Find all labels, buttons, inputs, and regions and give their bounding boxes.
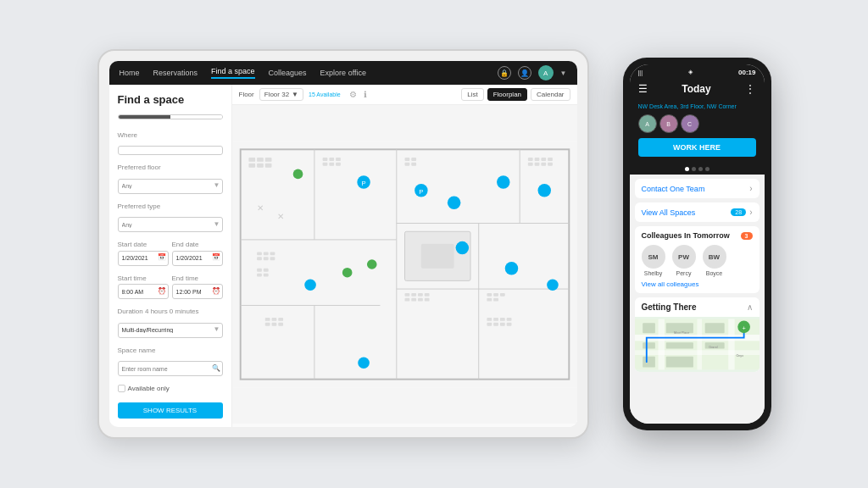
svg-rect-33 [404, 163, 409, 166]
colleagues-tomorrow-section: Colleagues In Tomorrow 3 SM Shelby PW Pe… [635, 226, 760, 293]
date-row: Start date 📅 End date 📅 [118, 237, 223, 266]
tablet-navbar: Home Reservations Find a space Colleague… [109, 61, 577, 85]
available-only-checkbox[interactable] [118, 385, 125, 392]
space-name-label: Space name [118, 347, 223, 354]
svg-rect-55 [418, 293, 423, 297]
time-row: Start time ⏰ End time ⏰ [118, 271, 223, 300]
end-time-label: End time [172, 274, 223, 282]
svg-text:P: P [419, 188, 423, 196]
colleague-bw: BW Boyce [703, 245, 726, 276]
svg-rect-18 [329, 158, 334, 161]
nav-colleagues[interactable]: Colleagues [269, 69, 307, 77]
colleague-bw-name: Boyce [706, 270, 722, 276]
preferred-floor-input[interactable] [118, 179, 223, 194]
svg-rect-59 [418, 298, 423, 302]
svg-rect-29 [541, 163, 546, 166]
svg-rect-36 [420, 244, 453, 269]
tablet-main: Find a space Individual Meeting Where Pr… [109, 85, 577, 427]
tablet-screen: Home Reservations Find a space Colleague… [109, 61, 577, 427]
getting-there-chevron-icon[interactable]: ∧ [747, 302, 753, 312]
avatar-1: A [638, 114, 657, 133]
svg-rect-32 [411, 158, 416, 161]
clock-icon-2: ⏰ [212, 286, 220, 294]
contact-one-team-label: Contact One Team [642, 185, 705, 193]
svg-point-78 [447, 197, 460, 210]
svg-text:Moot Place: Moot Place [673, 331, 688, 335]
view-all-spaces-section[interactable]: View All Spaces 28 › [635, 202, 760, 222]
svg-text:Onyx: Onyx [736, 354, 743, 358]
svg-point-80 [537, 184, 551, 197]
svg-rect-49 [278, 318, 283, 321]
duration-label: Duration 4 hours 0 minutes [118, 308, 223, 315]
floor-dropdown[interactable]: Floor 32 ▼ [259, 88, 303, 101]
svg-rect-66 [487, 318, 492, 321]
svg-rect-14 [248, 164, 255, 168]
calendar-view-button[interactable]: Calendar [531, 88, 570, 101]
find-space-sidebar: Find a space Individual Meeting Where Pr… [109, 85, 232, 427]
signal-icon: ||| [638, 69, 643, 75]
more-options-icon[interactable]: ⋮ [745, 83, 755, 95]
svg-rect-56 [424, 293, 429, 297]
contact-one-team-row: Contact One Team › [642, 184, 753, 193]
calendar-icon: 📅 [158, 253, 166, 261]
colleague-pw: PW Percy [672, 245, 696, 276]
chevron-down-icon-3: ▼ [214, 325, 220, 333]
colleagues-count-badge: 3 [741, 232, 753, 240]
user-avatar[interactable]: A [538, 65, 554, 80]
floor-label: Floor [239, 91, 254, 98]
svg-rect-54 [411, 293, 416, 297]
where-label: Where [118, 131, 223, 139]
spaces-badge-row: 28 › [731, 208, 752, 217]
view-all-colleagues-link[interactable]: View all colleagues [642, 280, 753, 288]
svg-rect-52 [278, 323, 283, 326]
preferred-floor-label: Preferred floor [118, 164, 223, 171]
filter-icon[interactable]: ⚙ [349, 90, 357, 99]
svg-rect-15 [257, 164, 264, 168]
svg-rect-62 [493, 293, 498, 297]
view-all-spaces-row: View All Spaces 28 › [642, 208, 753, 217]
avatar-2: B [659, 114, 678, 133]
contact-one-team-section[interactable]: Contact One Team › [635, 179, 760, 198]
where-input[interactable] [118, 146, 223, 155]
svg-text:P: P [361, 180, 365, 187]
hamburger-menu-icon[interactable]: ☰ [638, 83, 648, 95]
spaces-chevron-icon: › [749, 208, 752, 217]
available-badge: 15 Available [309, 92, 341, 97]
phone-body[interactable]: Contact One Team › View All Spaces 28 › [630, 175, 765, 424]
info-icon[interactable]: ℹ [364, 90, 367, 99]
svg-rect-21 [329, 163, 334, 166]
svg-rect-103 [643, 357, 655, 368]
floorplan-view-button[interactable]: Floorplan [487, 88, 527, 101]
svg-rect-22 [336, 163, 341, 166]
spaces-count-badge: 28 [731, 208, 746, 216]
start-date-label: Start date [118, 241, 169, 248]
space-name-input[interactable] [118, 361, 223, 376]
nav-reservations[interactable]: Reservations [153, 69, 198, 77]
svg-rect-100 [643, 342, 655, 348]
colleague-pw-avatar: PW [672, 245, 696, 269]
end-date-label: End date [172, 241, 223, 248]
recurrence-input[interactable] [118, 323, 223, 338]
nav-home[interactable]: Home [120, 69, 140, 77]
floorplan-svg: P P [232, 105, 577, 424]
phone-status-bar: ||| ◈ 00:19 [630, 64, 765, 80]
list-view-button[interactable]: List [461, 88, 483, 101]
svg-rect-104 [665, 357, 693, 368]
nav-find-space[interactable]: Find a space [211, 67, 255, 79]
tab-individual[interactable]: Individual [119, 115, 170, 119]
phone-device: ||| ◈ 00:19 ☰ Today ⋮ NW Desk Area, 3rd … [623, 58, 771, 430]
svg-rect-11 [248, 158, 255, 162]
nav-explore[interactable]: Explore office [320, 69, 366, 77]
svg-rect-51 [271, 323, 276, 326]
work-here-button[interactable]: WORK HERE [638, 138, 756, 157]
preferred-type-input[interactable] [118, 217, 223, 232]
floorplan-header: Floor Floor 32 ▼ 15 Available ⚙ ℹ List F… [232, 85, 577, 105]
colleague-bw-avatar: BW [703, 245, 726, 269]
svg-point-84 [366, 259, 376, 269]
tab-meeting[interactable]: Meeting [170, 115, 222, 119]
dot-3 [698, 167, 703, 171]
getting-there-title: Getting There [642, 302, 697, 312]
svg-rect-39 [270, 252, 275, 255]
show-results-button[interactable]: SHOW RESULTS [118, 402, 223, 419]
svg-text:Grand: Grand [709, 346, 717, 349]
